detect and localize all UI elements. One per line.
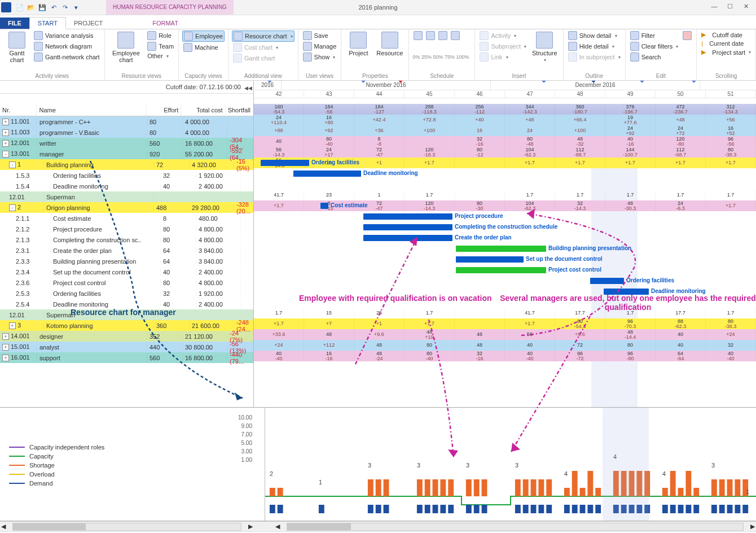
- table-cell[interactable]: 21 120.00: [183, 333, 227, 340]
- other-button[interactable]: Other: [146, 52, 175, 60]
- table-cell[interactable]: +16.001: [0, 354, 37, 362]
- in-subproject-button[interactable]: In subproject: [567, 52, 622, 62]
- table-cell[interactable]: -1: [0, 161, 44, 169]
- team-button[interactable]: Team: [146, 41, 175, 51]
- table-cell[interactable]: Deadline monitoring: [51, 301, 161, 308]
- col-name[interactable]: Name: [37, 104, 146, 116]
- expand-toggle[interactable]: -: [2, 151, 9, 158]
- table-cell[interactable]: 1 920.00: [196, 290, 241, 297]
- gantt-bar[interactable]: Ordering facilities: [590, 278, 624, 284]
- table-row[interactable]: 2.5.4Deadline monitoring402 400.00: [0, 299, 253, 309]
- table-cell[interactable]: designer: [37, 333, 147, 340]
- table-cell[interactable]: 2.5.3: [0, 290, 51, 297]
- table-row[interactable]: +12.001writter56016 800.00-304 (54...: [0, 138, 253, 148]
- table-cell[interactable]: Building planning presentation: [51, 258, 161, 265]
- gantt-bar[interactable]: Deadline monitoring: [604, 289, 649, 295]
- gantt-bar[interactable]: Completing the construction schedule: [363, 224, 452, 230]
- tab-start[interactable]: START: [29, 17, 66, 29]
- table-cell[interactable]: 2.5.4: [0, 301, 51, 308]
- show-view-button[interactable]: Show: [302, 52, 338, 62]
- scroll-right-icon-2[interactable]: ▶: [750, 523, 755, 530]
- table-cell[interactable]: 1.5.3: [0, 172, 51, 179]
- table-cell[interactable]: 2.3.1: [0, 247, 51, 254]
- table-cell[interactable]: analyst: [37, 344, 147, 351]
- scroll-right-icon[interactable]: ▶: [248, 523, 253, 530]
- table-cell[interactable]: 2 400.00: [196, 301, 241, 308]
- table-cell[interactable]: 32: [161, 172, 196, 179]
- table-cell[interactable]: 480.00: [196, 215, 241, 222]
- table-cell[interactable]: +14.001: [0, 333, 37, 340]
- table-cell[interactable]: 80: [147, 119, 183, 125]
- table-cell[interactable]: 64: [161, 247, 196, 254]
- table-cell[interactable]: 1 920.00: [196, 172, 241, 179]
- undo-icon[interactable]: ↶: [49, 2, 59, 12]
- resource-properties-button[interactable]: Resource: [374, 30, 405, 58]
- expand-toggle[interactable]: +: [2, 129, 9, 136]
- gantt-bar[interactable]: Project procedure: [363, 213, 452, 220]
- structure-button[interactable]: Structure: [530, 30, 560, 64]
- table-cell[interactable]: 64: [161, 258, 196, 265]
- table-cell[interactable]: 920: [147, 151, 183, 158]
- table-cell[interactable]: Superman: [44, 312, 154, 318]
- role-button[interactable]: Role: [146, 30, 175, 41]
- table-cell[interactable]: 12.01: [0, 194, 44, 200]
- table-cell[interactable]: 2.1.2: [0, 226, 51, 233]
- table-cell[interactable]: 2 400.00: [196, 183, 241, 190]
- gantt-bar[interactable]: Building planning presentation: [456, 246, 546, 252]
- table-cell[interactable]: 8: [161, 215, 196, 222]
- employee-capacity-button[interactable]: Employee: [182, 30, 225, 42]
- expand-toggle[interactable]: +: [2, 140, 9, 147]
- table-cell[interactable]: +12.001: [0, 139, 37, 147]
- table-cell[interactable]: 29 280.00: [190, 204, 234, 211]
- table-cell[interactable]: 80: [161, 279, 196, 286]
- table-cell[interactable]: 72: [154, 161, 190, 168]
- table-cell[interactable]: 21 600.00: [190, 322, 234, 329]
- new-icon[interactable]: 📄: [15, 2, 25, 12]
- gantt-chart-add-button[interactable]: Gantt chart: [232, 53, 295, 63]
- filter-button[interactable]: Filter: [629, 30, 680, 41]
- col-effort[interactable]: Effort: [146, 104, 182, 116]
- table-cell[interactable]: programmer - V.Basic: [37, 129, 147, 136]
- table-cell[interactable]: Cost estimate: [51, 215, 161, 222]
- employee-chart-button[interactable]: Employee chart: [108, 30, 144, 64]
- table-row[interactable]: 2.1.2Project procedure804 800.00: [0, 224, 253, 234]
- table-cell[interactable]: Ordering facilities: [51, 172, 161, 179]
- table-cell[interactable]: +11.003: [0, 129, 37, 137]
- table-cell[interactable]: Kotomo planning: [44, 322, 154, 329]
- open-icon[interactable]: 📂: [26, 2, 36, 12]
- search-button[interactable]: Search: [629, 52, 680, 62]
- table-cell[interactable]: support: [37, 355, 147, 361]
- table-cell[interactable]: 2.1.3: [0, 237, 51, 243]
- table-row[interactable]: 2.1.3Completing the construction sc..804…: [0, 234, 253, 245]
- manage-view-button[interactable]: Manage: [302, 41, 338, 51]
- expand-toggle[interactable]: +: [2, 344, 9, 351]
- table-cell[interactable]: 4 000.00: [183, 119, 227, 125]
- cost-chart-button[interactable]: Cost chart: [232, 42, 295, 53]
- gantt-bar[interactable]: Ordering facilities: [261, 160, 309, 166]
- table-cell[interactable]: 80: [147, 129, 183, 136]
- resource-chart-button[interactable]: Resource chart: [232, 30, 295, 42]
- table-cell[interactable]: 16 800.00: [183, 355, 227, 361]
- table-cell[interactable]: manager: [37, 151, 147, 158]
- expand-toggle[interactable]: -: [9, 161, 16, 168]
- gantt-bar[interactable]: Cost estimate: [320, 203, 328, 209]
- table-cell[interactable]: 440: [147, 344, 183, 351]
- expand-toggle[interactable]: +: [2, 119, 9, 125]
- table-row[interactable]: +11.001programmer - C++804 000.00: [0, 116, 253, 127]
- table-cell[interactable]: -16 (5%): [234, 158, 253, 172]
- table-row[interactable]: 2.3.1Create the order plan643 840.00: [0, 245, 253, 256]
- table-cell[interactable]: 12.01: [0, 312, 44, 318]
- schedule-btn-4[interactable]: [450, 30, 461, 41]
- table-row[interactable]: -2Origon planning48829 280.00-328 (20...: [0, 202, 253, 213]
- table-cell[interactable]: Ordering facilities: [51, 290, 161, 297]
- network-diagram-button[interactable]: Network diagram: [33, 41, 101, 51]
- table-row[interactable]: 2.3.3Building planning presentation643 8…: [0, 256, 253, 266]
- cutoff-date-button[interactable]: ▶ Cutoff date: [700, 30, 752, 39]
- insert-activity-button[interactable]: Activity: [478, 30, 528, 41]
- variance-analysis-button[interactable]: Variance analysis: [33, 30, 101, 41]
- redo-icon[interactable]: ↷: [60, 2, 70, 12]
- table-cell[interactable]: Set up the document control: [51, 269, 161, 276]
- expand-toggle[interactable]: -: [9, 204, 16, 211]
- table-row[interactable]: -1Building planning724 320.00-16 (5%): [0, 159, 253, 170]
- table-cell[interactable]: 488: [154, 204, 190, 211]
